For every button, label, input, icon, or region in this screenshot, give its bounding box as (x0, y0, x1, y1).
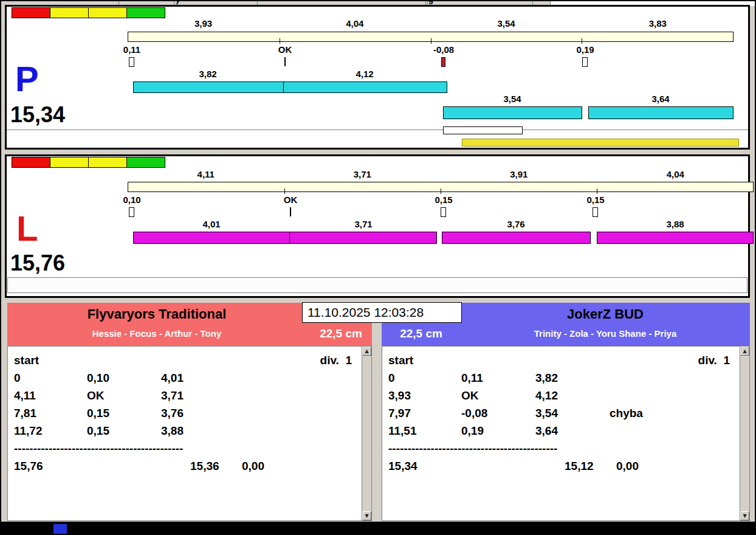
log-cell: 4,11 (14, 387, 87, 404)
reference-timeline-bar (128, 182, 754, 192)
offset-label: 0,15 (586, 195, 604, 205)
scroll-down-button[interactable]: ▼ (362, 511, 371, 520)
offset-marker-box (441, 207, 446, 217)
log-cell: 7,81 (14, 404, 87, 422)
team-members: Hessie - Focus - Arthur - Tony (7, 328, 306, 339)
log-cell (610, 422, 735, 440)
log-row: 7,81 0,15 3,76 (14, 404, 357, 422)
highlight-bar (462, 139, 739, 147)
log-divider: ----------------------------------------… (14, 440, 357, 457)
scroll-up-button[interactable]: ▲ (362, 347, 371, 356)
log-cell (235, 404, 357, 422)
log-row: 4,11 OK 3,71 (14, 387, 357, 404)
log-total-row: 15,76 15,36 0,00 (14, 457, 357, 475)
offset-marker-box (129, 207, 134, 217)
quarter-tick (597, 188, 597, 194)
main-area: y g 3,93 4,04 3,54 3,83 0,11 (1, 1, 755, 522)
split-time: 4,11 (128, 170, 284, 179)
log-division-label: div. 1 (698, 351, 730, 369)
lane-letter: P (15, 61, 39, 97)
split-time: 3,71 (284, 170, 441, 179)
log-start-label: start (388, 351, 413, 369)
log-total-penalty: 0,00 (616, 457, 735, 475)
scroll-up-button[interactable]: ▲ (740, 347, 749, 356)
lane-letter: L (16, 211, 38, 246)
log-row: 0 0,11 3,82 (388, 369, 735, 387)
log-total-net: 15,36 (190, 457, 242, 475)
status-block-yellow (88, 157, 127, 168)
spacer (413, 351, 698, 369)
log-cell: 3,71 (161, 387, 235, 404)
log-cell: 0 (388, 369, 461, 387)
team-name: JokerZ BUD (462, 306, 749, 322)
datetime-display: 11.10.2025 12:03:28 (302, 302, 462, 323)
log-cell: OK (461, 387, 535, 404)
quarter-tick (280, 38, 280, 44)
log-cell: 11,72 (14, 422, 87, 440)
log-total-net: 15,12 (565, 457, 616, 475)
quarter-tick (582, 38, 582, 44)
offset-marker-box (593, 207, 598, 217)
reference-timeline-bar (128, 32, 734, 42)
log-cell: -0,08 (461, 404, 535, 422)
progress-outline-box (443, 126, 523, 134)
split-times-row: 3,93 4,04 3,54 3,83 (128, 19, 734, 29)
log-row: 7,97 -0,08 3,54 chyba (388, 404, 735, 422)
log-division-label: div. 1 (320, 351, 352, 369)
segment-time: 4,12 (356, 69, 373, 79)
segment-time: 3,88 (666, 219, 684, 229)
log-cell: 0 (14, 369, 87, 387)
status-indicator-blocks (12, 157, 165, 168)
right-results-log: start div. 1 0 0,11 3,82 3,93 OK 4,12 (382, 346, 750, 521)
status-block-yellow (88, 7, 127, 18)
offset-label: 0,10 (123, 195, 140, 205)
log-cell (235, 422, 357, 440)
log-header-row: start div. 1 (14, 351, 357, 369)
scroll-down-button[interactable]: ▼ (740, 511, 749, 520)
split-time: 3,91 (441, 170, 597, 179)
log-row: 11,72 0,15 3,88 (14, 422, 357, 440)
offset-marker-tick (284, 57, 286, 66)
segment-bar (133, 81, 284, 93)
segment-bar (442, 232, 591, 244)
lane-total-time: 15,34 (10, 104, 65, 126)
segment-bar (289, 232, 437, 244)
split-time: 4,04 (597, 170, 754, 179)
log-row: 11,51 0,19 3,64 (388, 422, 735, 440)
offset-marker-box (582, 57, 588, 67)
scrollbar[interactable]: ▲ ▼ (740, 347, 749, 520)
offset-marker-negative (441, 57, 445, 67)
log-cell: 0,15 (87, 422, 161, 440)
offset-marker-tick (290, 207, 291, 216)
toolbar-label-fragment: g (428, 1, 433, 4)
offset-label: OK (284, 195, 298, 205)
log-cell: 4,12 (535, 387, 610, 404)
status-block-yellow (50, 7, 89, 18)
segment-bar (133, 232, 290, 244)
log-cell: 0,11 (461, 369, 535, 387)
log-row: 3,93 OK 4,12 (388, 387, 735, 404)
app-window: y g 3,93 4,04 3,54 3,83 0,11 (0, 0, 756, 535)
offset-label: 0,15 (435, 195, 452, 205)
log-cell: 0,15 (87, 404, 161, 422)
log-header-row: start div. 1 (388, 351, 735, 369)
quarter-tick (284, 188, 285, 194)
lane-total-time: 15,76 (10, 252, 65, 274)
lane-p-panel: 3,93 4,04 3,54 3,83 0,11 OK -0,08 0,19 3… (5, 5, 750, 150)
status-block-red (12, 7, 50, 18)
distance-label: 22,5 cm (390, 327, 452, 340)
log-total-time: 15,34 (388, 457, 565, 475)
scrollbar[interactable]: ▲ ▼ (362, 347, 371, 520)
log-cell: 0,10 (87, 369, 161, 387)
log-cell: 3,76 (161, 404, 235, 422)
status-block-green (126, 7, 165, 18)
offset-marker-box (129, 57, 134, 67)
log-cell: OK (87, 387, 161, 404)
segment-time: 3,82 (199, 69, 216, 79)
log-cell: 3,82 (535, 369, 610, 387)
segment-time: 3,64 (651, 94, 669, 104)
split-time: 3,83 (582, 19, 734, 29)
footer-accent (53, 524, 67, 534)
segment-time: 3,76 (507, 219, 524, 229)
log-cell: 3,93 (388, 387, 461, 404)
